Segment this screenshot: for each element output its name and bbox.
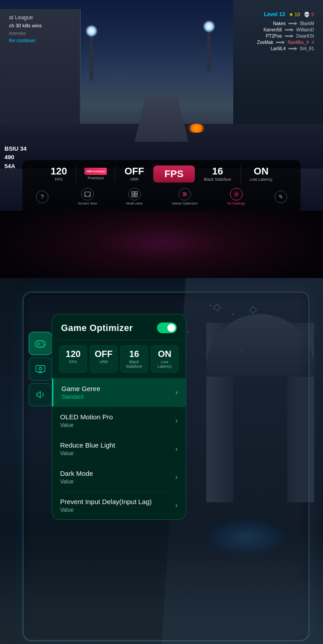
optimizer-header: Game Optimizer: [52, 314, 186, 340]
svg-point-10: [183, 192, 185, 194]
toggle-knob: [167, 324, 175, 332]
qs-fps: 120 FPS: [59, 345, 87, 373]
hud-top-left: at League ch 30 kills wins enemies the c…: [9, 13, 42, 44]
score-row: PT2Poe DwarKSt: [260, 34, 314, 39]
qs-bs-label: Black Stabilizer: [123, 360, 145, 369]
svg-point-17: [42, 343, 43, 344]
svg-point-20: [39, 367, 42, 370]
svg-rect-3: [132, 191, 134, 194]
freesync-badge: AMD FreeSync Premium: [76, 165, 115, 183]
screen-size-icon[interactable]: [81, 188, 94, 200]
menu-item-content: Game Genre Standard: [61, 385, 100, 400]
all-settings-icon[interactable]: [230, 188, 243, 200]
menu-item-prevent-input-delay[interactable]: Prevent Input Delay(Input Lag) Value ›: [52, 492, 186, 519]
bottom-game-section: Game Optimizer 120 FPS OFF VRR 16 Black …: [0, 278, 323, 644]
fps-value: 120: [51, 166, 67, 176]
bs-label: Black Stabilizer: [204, 177, 231, 182]
multi-view-icon[interactable]: [128, 188, 141, 200]
enemies-label: enemies: [9, 30, 42, 37]
svg-point-13: [236, 193, 237, 195]
ice-ground: [0, 532, 323, 644]
all-settings-ctrl[interactable]: All Settings: [227, 188, 245, 205]
star-count: ★ 10: [289, 12, 300, 17]
audio-button[interactable]: [29, 383, 52, 406]
menu-item-value: Value: [60, 450, 115, 457]
optimizer-title: Game Optimizer: [61, 323, 133, 333]
hud-bottom: 120 FPS AMD FreeSync Premium OFF VRR FPS…: [22, 160, 301, 211]
screen-size-ctrl[interactable]: Screen Size: [78, 188, 97, 205]
screen-size-label: Screen Size: [78, 201, 97, 205]
weapon-icon: [288, 22, 297, 26]
menu-item-reduce-blue-light[interactable]: Reduce Blue Light Value ›: [52, 435, 186, 463]
top-game-section: at League ch 30 kills wins enemies the c…: [0, 0, 323, 211]
stats-row: 120 FPS AMD FreeSync Premium OFF VRR FPS…: [31, 164, 292, 184]
score-row: ZoeMak NavMks_4 4: [251, 40, 314, 45]
menu-item-content: OLED Motion Pro Value: [60, 413, 113, 428]
menu-item-content: Prevent Input Delay(Input Lag) Value: [60, 498, 152, 513]
vrr-value: OFF: [124, 166, 144, 176]
kill-info: ch 30 kills wins: [9, 22, 42, 30]
chevron-right-icon: ›: [175, 501, 178, 509]
svg-rect-5: [132, 195, 134, 197]
edit-ctrl[interactable]: ✎: [275, 191, 287, 203]
chevron-right-icon: ›: [175, 473, 178, 481]
qs-fps-label: FPS: [62, 360, 84, 364]
menu-item-dark-mode[interactable]: Dark Mode Value ›: [52, 463, 186, 492]
menu-item-value: Standard: [61, 394, 100, 400]
vrr-label: VRR: [130, 177, 139, 182]
street-light-glow-1: [85, 25, 98, 37]
chevron-right-icon: ›: [175, 445, 178, 453]
all-settings-label: All Settings: [227, 201, 245, 205]
freesync-label: Premium: [87, 176, 104, 180]
svg-rect-14: [35, 341, 45, 347]
weapon-icon: [285, 35, 294, 38]
qs-fps-value: 120: [62, 349, 84, 358]
display-button[interactable]: [29, 357, 52, 381]
menu-item-game-genre[interactable]: Game Genre Standard ›: [52, 379, 186, 407]
fps-stat: 120 FPS: [42, 164, 77, 184]
help-ctrl[interactable]: ?: [36, 191, 48, 203]
match-name: at League: [9, 13, 42, 22]
bs-value: 16: [212, 166, 223, 176]
menu-item-value: Value: [60, 422, 113, 428]
qs-latency-label: Low Latency: [154, 360, 175, 369]
weapon-icon: [276, 41, 285, 44]
menu-item-title: OLED Motion Pro: [60, 413, 113, 421]
qs-bs-value: 16: [123, 349, 145, 358]
qs-vrr-value: OFF: [93, 349, 114, 358]
help-icon[interactable]: ?: [36, 191, 48, 203]
fps-mode-stat: FPS: [153, 165, 195, 183]
game-optimizer-icon[interactable]: [179, 188, 191, 200]
svg-point-11: [185, 194, 186, 195]
freesync-logo: AMD FreeSync: [84, 168, 107, 175]
svg-rect-4: [135, 191, 137, 194]
score-line2: 490: [4, 153, 26, 162]
menu-item-content: Dark Mode Value: [60, 470, 93, 485]
chevron-right-icon: ›: [175, 388, 178, 396]
level-badge: Level 13 ★ 10 💀 9: [251, 11, 314, 17]
fps-label: FPS: [55, 177, 63, 182]
menu-item-value: Value: [60, 507, 152, 513]
cooldown-text: the cooldown: [9, 37, 42, 44]
edit-icon[interactable]: ✎: [275, 191, 287, 203]
gamepad-button[interactable]: [29, 332, 52, 355]
game-optimizer-ctrl[interactable]: Game Optimizer: [172, 188, 198, 205]
menu-item-title: Reduce Blue Light: [60, 441, 115, 449]
street-light-glow-2: [203, 20, 215, 33]
menu-item-value: Value: [60, 479, 93, 485]
score-line1: BSIU 34: [4, 144, 26, 153]
qs-vrr: OFF VRR: [90, 345, 118, 373]
latency-value: ON: [254, 166, 269, 176]
game-optimizer-label: Game Optimizer: [172, 201, 198, 205]
qs-bs: 16 Black Stabilizer: [120, 345, 148, 373]
level-text: Level 13: [264, 11, 285, 17]
controls-row: ? Screen Size: [31, 186, 292, 207]
optimizer-panel: Game Optimizer 120 FPS OFF VRR 16 Black …: [52, 314, 186, 520]
scoreboard: Nakes BlarkM Karren56 WilliamD PT2Poe Dw…: [251, 21, 314, 51]
fps-mode-value: FPS: [164, 169, 183, 179]
menu-item-oled-motion[interactable]: OLED Motion Pro Value ›: [52, 407, 186, 435]
multi-view-ctrl[interactable]: Multi-view: [127, 188, 143, 205]
bs-stat: 16 Black Stabilizer: [195, 164, 241, 184]
svg-point-18: [43, 344, 44, 345]
optimizer-toggle[interactable]: [157, 322, 177, 333]
